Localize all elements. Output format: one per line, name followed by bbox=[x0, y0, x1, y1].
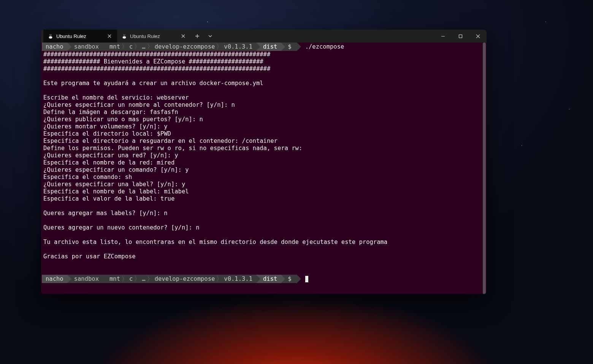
svg-point-6 bbox=[123, 34, 126, 36]
prompt-machine: sandbox bbox=[67, 43, 103, 51]
svg-point-9 bbox=[125, 35, 125, 35]
svg-rect-11 bbox=[459, 35, 462, 38]
entered-command: ./ezcompose bbox=[297, 43, 344, 51]
scrollbar-thumb[interactable] bbox=[483, 43, 486, 294]
output-line: ¿Quieres publicar uno o mas puertos? [y/… bbox=[43, 116, 484, 123]
tab-strip: Ubuntu Rulez Ubuntu Rulez bbox=[41, 30, 217, 43]
svg-point-8 bbox=[124, 35, 124, 35]
output-line: Especifica el nombre de la label: milabe… bbox=[43, 188, 484, 195]
output-line: ¿Quieres especificar un comando? [y/n]: … bbox=[43, 166, 484, 174]
output-line bbox=[43, 87, 484, 94]
svg-point-7 bbox=[123, 36, 126, 38]
maximize-button[interactable] bbox=[452, 30, 469, 43]
output-line: ¿Quieres especificar una label? [y/n]: y bbox=[43, 181, 484, 188]
output-line bbox=[43, 267, 484, 275]
output-line: Gracias por usar EZCompose bbox=[43, 253, 484, 260]
tab-0[interactable]: Ubuntu Rulez bbox=[43, 30, 117, 43]
output-line: ########################################… bbox=[43, 65, 484, 73]
output-line bbox=[43, 260, 484, 267]
tab-dropdown-button[interactable] bbox=[204, 30, 217, 43]
terminal-viewport[interactable]: nacho sandbox mnt〉c〉…〉develop-ezcompose〉… bbox=[41, 43, 487, 294]
output-line: Especifica el valor de la label: true bbox=[43, 195, 484, 203]
output-line: Define los permisos. Pueden ser rw o ro,… bbox=[43, 145, 484, 152]
close-tab-button[interactable] bbox=[180, 33, 186, 39]
tab-title: Ubuntu Rulez bbox=[130, 33, 160, 39]
output-line: Especifica el nombre de la red: mired bbox=[43, 159, 484, 166]
output-line: Define la imágen a descargar: fasfasfn bbox=[43, 109, 484, 116]
output-line: Especifica el directorio local: $PWD bbox=[43, 130, 484, 138]
close-tab-button[interactable] bbox=[106, 33, 113, 39]
window-controls bbox=[434, 30, 487, 43]
output-line: ¿Quieres especificar una red? [y/n]: y bbox=[43, 152, 484, 159]
prompt-user: nacho bbox=[42, 275, 67, 283]
prompt-path: mnt〉c〉…〉develop-ezcompose〉v0.1.3.1 bbox=[103, 275, 256, 283]
output-line: Queres agregar mas labels? [y/n]: n bbox=[43, 210, 484, 217]
tab-title: Ubuntu Rulez bbox=[56, 33, 86, 39]
output-line bbox=[43, 217, 484, 224]
output-line: ########################################… bbox=[43, 51, 484, 58]
output-line bbox=[43, 73, 484, 80]
output-line: Escribe el nombre del servicio: webserve… bbox=[43, 94, 484, 101]
output-line: Especifica el directorio a resguardar en… bbox=[43, 138, 484, 145]
output-line bbox=[43, 231, 484, 239]
output-line: Este programa te ayudará a crear un arch… bbox=[43, 80, 484, 87]
titlebar-drag-region[interactable] bbox=[217, 30, 434, 43]
output-line bbox=[43, 246, 484, 253]
output-line: Queres agregar un nuevo contenedor? [y/n… bbox=[43, 224, 484, 231]
prompt-line-1: nacho sandbox mnt〉c〉…〉develop-ezcompose〉… bbox=[41, 43, 487, 51]
output-line bbox=[43, 203, 484, 210]
output-line: ¿Quieres montar volumenes? [y/n]: y bbox=[43, 123, 484, 130]
tab-1[interactable]: Ubuntu Rulez bbox=[117, 30, 191, 43]
prompt-path: mnt〉c〉…〉develop-ezcompose〉v0.1.3.1 bbox=[103, 43, 256, 51]
prompt-machine: sandbox bbox=[67, 275, 103, 283]
terminal-window: Ubuntu Rulez Ubuntu Rulez bbox=[41, 30, 487, 294]
output-line: Tu archivo esta listo, lo encontraras en… bbox=[43, 239, 484, 246]
minimize-button[interactable] bbox=[434, 30, 452, 43]
output-line: ################ Bienvenides a EZCompose… bbox=[43, 58, 484, 65]
titlebar[interactable]: Ubuntu Rulez Ubuntu Rulez bbox=[41, 30, 487, 43]
terminal-cursor bbox=[305, 276, 308, 282]
prompt-line-2: nacho sandbox mnt〉c〉…〉develop-ezcompose〉… bbox=[41, 275, 487, 283]
terminal-output: ########################################… bbox=[41, 51, 487, 275]
close-window-button[interactable] bbox=[469, 30, 487, 43]
tux-icon bbox=[122, 33, 127, 39]
new-tab-button[interactable] bbox=[191, 30, 204, 43]
output-line: Especifica el comando: sh bbox=[43, 174, 484, 181]
tux-icon bbox=[48, 33, 53, 39]
svg-point-3 bbox=[50, 35, 51, 35]
prompt-user: nacho bbox=[42, 43, 67, 51]
output-line: ¿Quieres especificar un nombre al conten… bbox=[43, 101, 484, 109]
svg-point-4 bbox=[51, 35, 52, 35]
svg-point-0 bbox=[49, 34, 52, 36]
terminal-scrollbar[interactable] bbox=[482, 43, 487, 294]
